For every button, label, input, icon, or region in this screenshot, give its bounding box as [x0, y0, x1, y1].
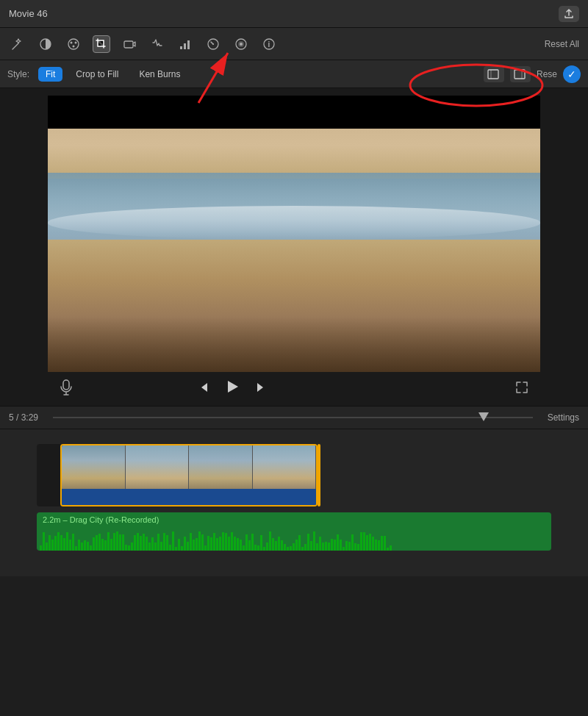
waveform-bar [298, 535, 301, 551]
timeline-scrubber[interactable] [53, 417, 533, 418]
waveform-bar [131, 543, 133, 551]
waveform-bar [190, 533, 192, 551]
waveform-bar [72, 534, 74, 551]
waveform-bar [222, 532, 224, 551]
skip-forward-button[interactable] [255, 381, 268, 398]
waveform-bar [163, 533, 165, 551]
waveform-bar [234, 537, 236, 551]
clip-end-handle[interactable] [318, 444, 329, 506]
bars-icon[interactable] [176, 35, 194, 53]
waveform-bar [40, 545, 42, 551]
waveform-bar [201, 534, 204, 551]
svg-rect-6 [180, 46, 182, 49]
play-button[interactable] [224, 379, 240, 399]
waveform-bar [146, 537, 148, 551]
video-clip[interactable] [60, 444, 318, 506]
reset-all-button[interactable]: Reset All [545, 39, 579, 49]
waveform-bar [160, 542, 162, 551]
waveform-bar [251, 534, 254, 551]
magic-wand-icon[interactable] [9, 35, 26, 53]
waveform-bar [104, 540, 107, 551]
waveform-bar [281, 540, 283, 551]
svg-rect-17 [514, 70, 525, 79]
waveform-bar [360, 532, 362, 551]
music-track-label: 2.2m – Drag City (Re-Recorded) [43, 515, 159, 524]
info-icon[interactable]: i [260, 35, 278, 53]
waveform-bar [322, 543, 324, 551]
waveform-bar [354, 543, 356, 551]
waveform-bar [137, 533, 139, 551]
palette-icon[interactable] [65, 35, 82, 53]
svg-point-13 [240, 43, 243, 46]
waveform-bar [119, 534, 121, 551]
waveform-bar [301, 547, 304, 551]
color-circle-icon[interactable] [37, 35, 54, 53]
waveform-bar [316, 543, 318, 551]
preview-area [0, 88, 588, 406]
waveform-bar [345, 541, 348, 551]
audio-icon[interactable] [148, 35, 166, 53]
waveform-bar [113, 533, 115, 551]
waveform-bar [231, 532, 233, 551]
audio-strip [62, 489, 316, 505]
svg-rect-18 [63, 380, 69, 390]
waveform-bar [87, 542, 89, 551]
title-bar: Movie 46 [0, 0, 588, 28]
waveform-bar [210, 537, 212, 551]
waveform-bar [237, 538, 239, 551]
speedometer-icon[interactable] [204, 35, 222, 53]
style-label: Style: [7, 69, 29, 79]
waveform-bar [75, 546, 77, 551]
waveform-bar [198, 531, 201, 551]
waveform-bar [60, 535, 62, 551]
waveform-bar [290, 546, 292, 551]
fullscreen-button[interactable] [515, 381, 528, 397]
track-area: 2.2m – Drag City (Re-Recorded) [0, 429, 588, 558]
share-button[interactable] [559, 6, 579, 22]
waveform-bar [313, 531, 315, 551]
waveform-bar [187, 542, 189, 551]
waveform-bar [169, 545, 171, 551]
waveform-bar [372, 537, 374, 551]
waveform-bar [157, 534, 159, 551]
waveform-bar [275, 541, 277, 551]
waveform-bar [381, 536, 383, 551]
waveform-bar [269, 531, 271, 551]
style-bar: Style: Fit Crop to Fill Ken Burns Rese ✓ [0, 60, 588, 88]
crop-end-icon-btn[interactable] [510, 66, 531, 82]
skip-back-button[interactable] [196, 381, 209, 398]
beach-video-frame [48, 96, 540, 372]
waveform-bar [43, 532, 45, 551]
waveform-bar [78, 540, 80, 551]
camera-icon[interactable] [121, 35, 138, 53]
microphone-button[interactable] [60, 379, 73, 399]
filter-icon[interactable] [232, 35, 250, 53]
fit-button[interactable]: Fit [38, 67, 62, 82]
confirm-button[interactable]: ✓ [563, 65, 581, 83]
waveform-bar [96, 535, 98, 551]
svg-rect-8 [187, 40, 190, 49]
waveform-bar [304, 544, 306, 551]
waveform-bar [154, 543, 157, 551]
waveform-bar [63, 538, 65, 551]
waveform-bar [351, 534, 354, 551]
crop-icon[interactable] [93, 35, 110, 53]
waveform-bar [143, 534, 145, 551]
waveform-bar [98, 534, 101, 551]
timeline-area: 2.2m – Drag City (Re-Recorded) [0, 429, 588, 576]
waveform-bar [325, 542, 327, 551]
waveform-bar [319, 537, 321, 551]
waveform-bar [272, 538, 274, 551]
waveform-bar [390, 545, 392, 551]
waveform-bar [384, 536, 386, 551]
waveform-bar [343, 547, 345, 551]
crop-to-fill-button[interactable]: Crop to Fill [68, 67, 126, 82]
waveform-bar [148, 543, 151, 551]
waveform-bar [254, 545, 257, 551]
video-preview [48, 96, 540, 372]
ken-burns-button[interactable]: Ken Burns [132, 67, 187, 82]
reset-style-button[interactable]: Rese [537, 69, 557, 79]
crop-start-icon-btn[interactable] [484, 66, 504, 82]
waveform-bar [178, 539, 180, 551]
settings-button[interactable]: Settings [548, 412, 579, 423]
